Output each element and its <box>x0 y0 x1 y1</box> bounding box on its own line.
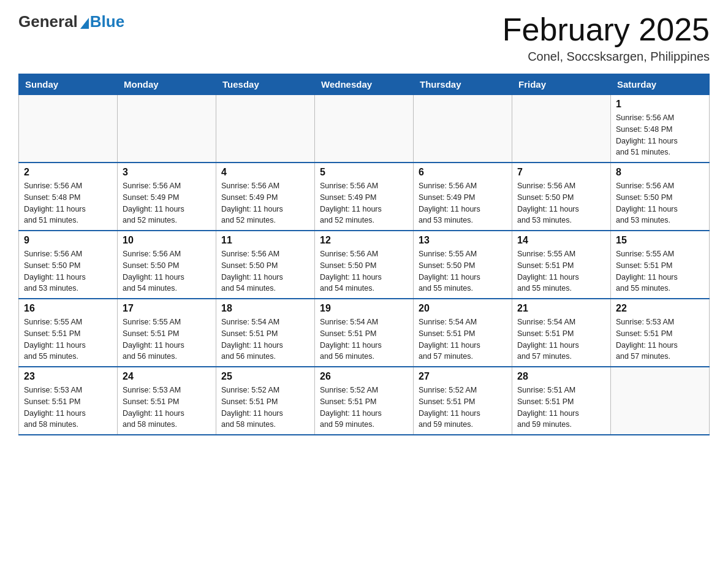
calendar-cell: 5Sunrise: 5:56 AM Sunset: 5:49 PM Daylig… <box>315 163 414 231</box>
calendar-cell: 15Sunrise: 5:55 AM Sunset: 5:51 PM Dayli… <box>611 231 710 299</box>
day-info: Sunrise: 5:56 AM Sunset: 5:50 PM Dayligh… <box>221 248 309 294</box>
calendar-week-row: 9Sunrise: 5:56 AM Sunset: 5:50 PM Daylig… <box>19 231 710 299</box>
calendar-table: SundayMondayTuesdayWednesdayThursdayFrid… <box>18 74 710 435</box>
day-info: Sunrise: 5:54 AM Sunset: 5:51 PM Dayligh… <box>517 316 605 362</box>
day-info: Sunrise: 5:54 AM Sunset: 5:51 PM Dayligh… <box>419 316 507 362</box>
calendar-cell: 16Sunrise: 5:55 AM Sunset: 5:51 PM Dayli… <box>19 299 118 367</box>
day-number: 28 <box>517 371 605 382</box>
day-number: 10 <box>123 235 211 246</box>
calendar-cell: 20Sunrise: 5:54 AM Sunset: 5:51 PM Dayli… <box>414 299 512 367</box>
calendar-cell <box>19 95 118 163</box>
title-block: February 2025 Conel, Soccsksargen, Phili… <box>502 12 710 64</box>
calendar-cell: 26Sunrise: 5:52 AM Sunset: 5:51 PM Dayli… <box>315 367 414 435</box>
calendar-cell: 14Sunrise: 5:55 AM Sunset: 5:51 PM Dayli… <box>512 231 611 299</box>
day-of-week-header: Tuesday <box>216 74 315 95</box>
day-info: Sunrise: 5:56 AM Sunset: 5:50 PM Dayligh… <box>24 248 112 294</box>
calendar-cell: 4Sunrise: 5:56 AM Sunset: 5:49 PM Daylig… <box>216 163 315 231</box>
day-info: Sunrise: 5:56 AM Sunset: 5:50 PM Dayligh… <box>123 248 211 294</box>
day-info: Sunrise: 5:56 AM Sunset: 5:50 PM Dayligh… <box>320 248 408 294</box>
calendar-cell: 23Sunrise: 5:53 AM Sunset: 5:51 PM Dayli… <box>19 367 118 435</box>
day-number: 22 <box>616 303 704 314</box>
day-info: Sunrise: 5:56 AM Sunset: 5:49 PM Dayligh… <box>221 180 309 226</box>
calendar-cell: 18Sunrise: 5:54 AM Sunset: 5:51 PM Dayli… <box>216 299 315 367</box>
calendar-cell: 27Sunrise: 5:52 AM Sunset: 5:51 PM Dayli… <box>414 367 512 435</box>
calendar-cell <box>118 95 216 163</box>
day-of-week-header: Friday <box>512 74 611 95</box>
day-of-week-header: Sunday <box>19 74 118 95</box>
calendar-cell <box>512 95 611 163</box>
day-number: 4 <box>221 167 309 178</box>
calendar-cell <box>414 95 512 163</box>
day-number: 2 <box>24 167 112 178</box>
day-number: 17 <box>123 303 211 314</box>
calendar-cell: 9Sunrise: 5:56 AM Sunset: 5:50 PM Daylig… <box>19 231 118 299</box>
day-number: 18 <box>221 303 309 314</box>
month-year-title: February 2025 <box>502 12 710 47</box>
calendar-cell: 7Sunrise: 5:56 AM Sunset: 5:50 PM Daylig… <box>512 163 611 231</box>
calendar-header-row: SundayMondayTuesdayWednesdayThursdayFrid… <box>19 74 710 95</box>
calendar-week-row: 23Sunrise: 5:53 AM Sunset: 5:51 PM Dayli… <box>19 367 710 435</box>
calendar-cell: 13Sunrise: 5:55 AM Sunset: 5:50 PM Dayli… <box>414 231 512 299</box>
day-info: Sunrise: 5:55 AM Sunset: 5:51 PM Dayligh… <box>123 316 211 362</box>
day-number: 14 <box>517 235 605 246</box>
logo-triangle-icon <box>80 18 89 29</box>
calendar-cell: 2Sunrise: 5:56 AM Sunset: 5:48 PM Daylig… <box>19 163 118 231</box>
day-info: Sunrise: 5:56 AM Sunset: 5:50 PM Dayligh… <box>616 180 704 226</box>
day-number: 16 <box>24 303 112 314</box>
day-number: 1 <box>616 99 704 110</box>
day-number: 20 <box>419 303 507 314</box>
day-number: 3 <box>123 167 211 178</box>
calendar-week-row: 1Sunrise: 5:56 AM Sunset: 5:48 PM Daylig… <box>19 95 710 163</box>
calendar-cell: 17Sunrise: 5:55 AM Sunset: 5:51 PM Dayli… <box>118 299 216 367</box>
day-info: Sunrise: 5:54 AM Sunset: 5:51 PM Dayligh… <box>320 316 408 362</box>
day-info: Sunrise: 5:52 AM Sunset: 5:51 PM Dayligh… <box>221 385 309 431</box>
day-of-week-header: Saturday <box>611 74 710 95</box>
day-info: Sunrise: 5:53 AM Sunset: 5:51 PM Dayligh… <box>123 385 211 431</box>
day-number: 15 <box>616 235 704 246</box>
day-number: 23 <box>24 371 112 382</box>
day-number: 6 <box>419 167 507 178</box>
day-of-week-header: Wednesday <box>315 74 414 95</box>
calendar-week-row: 2Sunrise: 5:56 AM Sunset: 5:48 PM Daylig… <box>19 163 710 231</box>
day-number: 25 <box>221 371 309 382</box>
location-subtitle: Conel, Soccsksargen, Philippines <box>502 50 710 64</box>
day-number: 8 <box>616 167 704 178</box>
day-info: Sunrise: 5:52 AM Sunset: 5:51 PM Dayligh… <box>320 385 408 431</box>
day-number: 27 <box>419 371 507 382</box>
calendar-cell: 8Sunrise: 5:56 AM Sunset: 5:50 PM Daylig… <box>611 163 710 231</box>
day-number: 7 <box>517 167 605 178</box>
day-number: 19 <box>320 303 408 314</box>
day-info: Sunrise: 5:56 AM Sunset: 5:48 PM Dayligh… <box>24 180 112 226</box>
calendar-cell <box>315 95 414 163</box>
calendar-cell <box>611 367 710 435</box>
day-number: 11 <box>221 235 309 246</box>
logo-general-text: General <box>18 12 78 31</box>
day-info: Sunrise: 5:55 AM Sunset: 5:51 PM Dayligh… <box>517 248 605 294</box>
day-info: Sunrise: 5:55 AM Sunset: 5:51 PM Dayligh… <box>24 316 112 362</box>
page-header: General Blue February 2025 Conel, Soccsk… <box>18 12 710 64</box>
calendar-cell: 28Sunrise: 5:51 AM Sunset: 5:51 PM Dayli… <box>512 367 611 435</box>
calendar-cell <box>216 95 315 163</box>
day-info: Sunrise: 5:56 AM Sunset: 5:49 PM Dayligh… <box>419 180 507 226</box>
day-info: Sunrise: 5:53 AM Sunset: 5:51 PM Dayligh… <box>616 316 704 362</box>
day-number: 26 <box>320 371 408 382</box>
calendar-cell: 21Sunrise: 5:54 AM Sunset: 5:51 PM Dayli… <box>512 299 611 367</box>
day-info: Sunrise: 5:56 AM Sunset: 5:49 PM Dayligh… <box>320 180 408 226</box>
day-number: 12 <box>320 235 408 246</box>
logo-blue-text: Blue <box>90 12 124 31</box>
calendar-cell: 24Sunrise: 5:53 AM Sunset: 5:51 PM Dayli… <box>118 367 216 435</box>
day-number: 24 <box>123 371 211 382</box>
day-number: 21 <box>517 303 605 314</box>
day-info: Sunrise: 5:56 AM Sunset: 5:49 PM Dayligh… <box>123 180 211 226</box>
calendar-cell: 25Sunrise: 5:52 AM Sunset: 5:51 PM Dayli… <box>216 367 315 435</box>
day-of-week-header: Monday <box>118 74 216 95</box>
day-info: Sunrise: 5:55 AM Sunset: 5:51 PM Dayligh… <box>616 248 704 294</box>
day-info: Sunrise: 5:52 AM Sunset: 5:51 PM Dayligh… <box>419 385 507 431</box>
day-info: Sunrise: 5:56 AM Sunset: 5:50 PM Dayligh… <box>517 180 605 226</box>
day-info: Sunrise: 5:53 AM Sunset: 5:51 PM Dayligh… <box>24 385 112 431</box>
calendar-cell: 19Sunrise: 5:54 AM Sunset: 5:51 PM Dayli… <box>315 299 414 367</box>
calendar-cell: 1Sunrise: 5:56 AM Sunset: 5:48 PM Daylig… <box>611 95 710 163</box>
day-info: Sunrise: 5:56 AM Sunset: 5:48 PM Dayligh… <box>616 112 704 158</box>
day-of-week-header: Thursday <box>414 74 512 95</box>
day-info: Sunrise: 5:54 AM Sunset: 5:51 PM Dayligh… <box>221 316 309 362</box>
